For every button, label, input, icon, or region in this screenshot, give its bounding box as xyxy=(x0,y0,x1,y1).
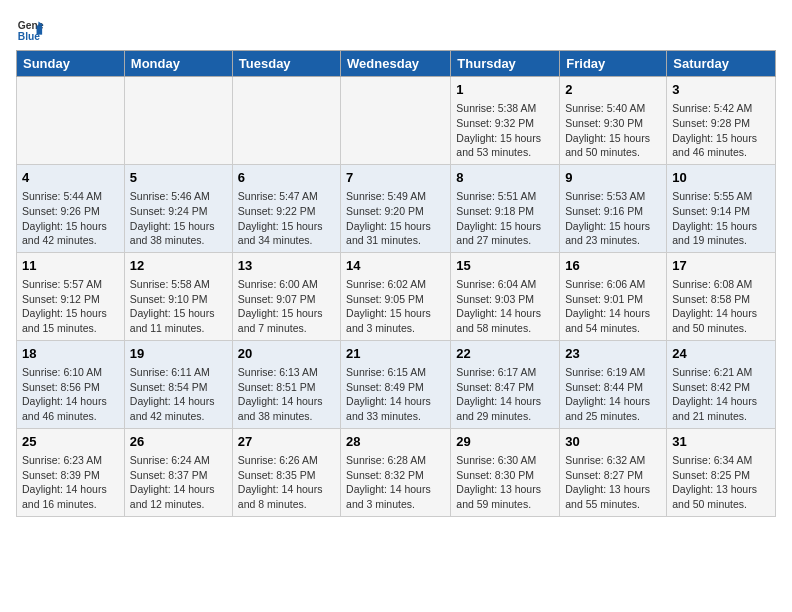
calendar-cell: 30Sunrise: 6:32 AM Sunset: 8:27 PM Dayli… xyxy=(560,428,667,516)
day-info: Sunrise: 6:34 AM Sunset: 8:25 PM Dayligh… xyxy=(672,453,770,512)
day-info: Sunrise: 6:15 AM Sunset: 8:49 PM Dayligh… xyxy=(346,365,445,424)
calendar-week-row: 4Sunrise: 5:44 AM Sunset: 9:26 PM Daylig… xyxy=(17,164,776,252)
header-sunday: Sunday xyxy=(17,51,125,77)
day-number: 12 xyxy=(130,257,227,275)
day-info: Sunrise: 5:42 AM Sunset: 9:28 PM Dayligh… xyxy=(672,101,770,160)
day-info: Sunrise: 5:44 AM Sunset: 9:26 PM Dayligh… xyxy=(22,189,119,248)
day-info: Sunrise: 5:47 AM Sunset: 9:22 PM Dayligh… xyxy=(238,189,335,248)
day-number: 10 xyxy=(672,169,770,187)
calendar-cell: 5Sunrise: 5:46 AM Sunset: 9:24 PM Daylig… xyxy=(124,164,232,252)
calendar-body: 1Sunrise: 5:38 AM Sunset: 9:32 PM Daylig… xyxy=(17,77,776,517)
calendar-cell: 28Sunrise: 6:28 AM Sunset: 8:32 PM Dayli… xyxy=(341,428,451,516)
day-info: Sunrise: 6:17 AM Sunset: 8:47 PM Dayligh… xyxy=(456,365,554,424)
day-number: 30 xyxy=(565,433,661,451)
day-info: Sunrise: 5:46 AM Sunset: 9:24 PM Dayligh… xyxy=(130,189,227,248)
calendar-cell: 18Sunrise: 6:10 AM Sunset: 8:56 PM Dayli… xyxy=(17,340,125,428)
day-number: 20 xyxy=(238,345,335,363)
calendar-cell: 13Sunrise: 6:00 AM Sunset: 9:07 PM Dayli… xyxy=(232,252,340,340)
day-number: 3 xyxy=(672,81,770,99)
calendar-cell: 12Sunrise: 5:58 AM Sunset: 9:10 PM Dayli… xyxy=(124,252,232,340)
day-info: Sunrise: 6:26 AM Sunset: 8:35 PM Dayligh… xyxy=(238,453,335,512)
day-info: Sunrise: 5:49 AM Sunset: 9:20 PM Dayligh… xyxy=(346,189,445,248)
calendar-cell: 15Sunrise: 6:04 AM Sunset: 9:03 PM Dayli… xyxy=(451,252,560,340)
day-number: 31 xyxy=(672,433,770,451)
calendar-cell: 26Sunrise: 6:24 AM Sunset: 8:37 PM Dayli… xyxy=(124,428,232,516)
day-info: Sunrise: 6:11 AM Sunset: 8:54 PM Dayligh… xyxy=(130,365,227,424)
day-number: 5 xyxy=(130,169,227,187)
calendar-cell: 17Sunrise: 6:08 AM Sunset: 8:58 PM Dayli… xyxy=(667,252,776,340)
day-number: 15 xyxy=(456,257,554,275)
day-info: Sunrise: 6:28 AM Sunset: 8:32 PM Dayligh… xyxy=(346,453,445,512)
calendar-cell xyxy=(232,77,340,165)
day-number: 23 xyxy=(565,345,661,363)
day-info: Sunrise: 5:38 AM Sunset: 9:32 PM Dayligh… xyxy=(456,101,554,160)
day-number: 29 xyxy=(456,433,554,451)
day-info: Sunrise: 5:53 AM Sunset: 9:16 PM Dayligh… xyxy=(565,189,661,248)
header-monday: Monday xyxy=(124,51,232,77)
day-number: 26 xyxy=(130,433,227,451)
calendar-week-row: 25Sunrise: 6:23 AM Sunset: 8:39 PM Dayli… xyxy=(17,428,776,516)
day-number: 16 xyxy=(565,257,661,275)
day-info: Sunrise: 5:58 AM Sunset: 9:10 PM Dayligh… xyxy=(130,277,227,336)
day-number: 1 xyxy=(456,81,554,99)
calendar-cell: 10Sunrise: 5:55 AM Sunset: 9:14 PM Dayli… xyxy=(667,164,776,252)
calendar-cell: 7Sunrise: 5:49 AM Sunset: 9:20 PM Daylig… xyxy=(341,164,451,252)
day-number: 18 xyxy=(22,345,119,363)
calendar-cell: 23Sunrise: 6:19 AM Sunset: 8:44 PM Dayli… xyxy=(560,340,667,428)
calendar-cell: 6Sunrise: 5:47 AM Sunset: 9:22 PM Daylig… xyxy=(232,164,340,252)
day-number: 24 xyxy=(672,345,770,363)
header-saturday: Saturday xyxy=(667,51,776,77)
calendar-week-row: 18Sunrise: 6:10 AM Sunset: 8:56 PM Dayli… xyxy=(17,340,776,428)
header-thursday: Thursday xyxy=(451,51,560,77)
day-info: Sunrise: 6:13 AM Sunset: 8:51 PM Dayligh… xyxy=(238,365,335,424)
calendar-cell xyxy=(17,77,125,165)
day-info: Sunrise: 6:19 AM Sunset: 8:44 PM Dayligh… xyxy=(565,365,661,424)
day-info: Sunrise: 6:32 AM Sunset: 8:27 PM Dayligh… xyxy=(565,453,661,512)
calendar-cell: 22Sunrise: 6:17 AM Sunset: 8:47 PM Dayli… xyxy=(451,340,560,428)
day-info: Sunrise: 6:10 AM Sunset: 8:56 PM Dayligh… xyxy=(22,365,119,424)
calendar-cell: 9Sunrise: 5:53 AM Sunset: 9:16 PM Daylig… xyxy=(560,164,667,252)
calendar-cell xyxy=(124,77,232,165)
calendar-cell: 19Sunrise: 6:11 AM Sunset: 8:54 PM Dayli… xyxy=(124,340,232,428)
day-number: 4 xyxy=(22,169,119,187)
day-number: 9 xyxy=(565,169,661,187)
calendar-header-row: Sunday Monday Tuesday Wednesday Thursday… xyxy=(17,51,776,77)
day-info: Sunrise: 6:21 AM Sunset: 8:42 PM Dayligh… xyxy=(672,365,770,424)
day-number: 11 xyxy=(22,257,119,275)
calendar-cell: 4Sunrise: 5:44 AM Sunset: 9:26 PM Daylig… xyxy=(17,164,125,252)
header: General Blue xyxy=(16,16,776,44)
day-info: Sunrise: 6:04 AM Sunset: 9:03 PM Dayligh… xyxy=(456,277,554,336)
calendar-cell: 8Sunrise: 5:51 AM Sunset: 9:18 PM Daylig… xyxy=(451,164,560,252)
day-info: Sunrise: 6:06 AM Sunset: 9:01 PM Dayligh… xyxy=(565,277,661,336)
day-info: Sunrise: 6:08 AM Sunset: 8:58 PM Dayligh… xyxy=(672,277,770,336)
header-friday: Friday xyxy=(560,51,667,77)
day-info: Sunrise: 5:55 AM Sunset: 9:14 PM Dayligh… xyxy=(672,189,770,248)
day-info: Sunrise: 5:57 AM Sunset: 9:12 PM Dayligh… xyxy=(22,277,119,336)
day-info: Sunrise: 5:51 AM Sunset: 9:18 PM Dayligh… xyxy=(456,189,554,248)
calendar-cell: 14Sunrise: 6:02 AM Sunset: 9:05 PM Dayli… xyxy=(341,252,451,340)
svg-marker-2 xyxy=(37,25,43,34)
day-number: 28 xyxy=(346,433,445,451)
day-number: 17 xyxy=(672,257,770,275)
day-info: Sunrise: 6:24 AM Sunset: 8:37 PM Dayligh… xyxy=(130,453,227,512)
day-number: 13 xyxy=(238,257,335,275)
calendar-cell: 1Sunrise: 5:38 AM Sunset: 9:32 PM Daylig… xyxy=(451,77,560,165)
day-info: Sunrise: 6:23 AM Sunset: 8:39 PM Dayligh… xyxy=(22,453,119,512)
calendar-cell: 25Sunrise: 6:23 AM Sunset: 8:39 PM Dayli… xyxy=(17,428,125,516)
calendar-cell: 16Sunrise: 6:06 AM Sunset: 9:01 PM Dayli… xyxy=(560,252,667,340)
calendar-week-row: 11Sunrise: 5:57 AM Sunset: 9:12 PM Dayli… xyxy=(17,252,776,340)
calendar-cell: 3Sunrise: 5:42 AM Sunset: 9:28 PM Daylig… xyxy=(667,77,776,165)
calendar-cell: 27Sunrise: 6:26 AM Sunset: 8:35 PM Dayli… xyxy=(232,428,340,516)
calendar-cell: 24Sunrise: 6:21 AM Sunset: 8:42 PM Dayli… xyxy=(667,340,776,428)
header-tuesday: Tuesday xyxy=(232,51,340,77)
day-info: Sunrise: 6:30 AM Sunset: 8:30 PM Dayligh… xyxy=(456,453,554,512)
calendar-cell: 31Sunrise: 6:34 AM Sunset: 8:25 PM Dayli… xyxy=(667,428,776,516)
day-number: 6 xyxy=(238,169,335,187)
calendar-cell: 11Sunrise: 5:57 AM Sunset: 9:12 PM Dayli… xyxy=(17,252,125,340)
day-number: 7 xyxy=(346,169,445,187)
calendar-cell xyxy=(341,77,451,165)
calendar-week-row: 1Sunrise: 5:38 AM Sunset: 9:32 PM Daylig… xyxy=(17,77,776,165)
calendar-cell: 20Sunrise: 6:13 AM Sunset: 8:51 PM Dayli… xyxy=(232,340,340,428)
logo: General Blue xyxy=(16,16,48,44)
logo-icon: General Blue xyxy=(16,16,44,44)
